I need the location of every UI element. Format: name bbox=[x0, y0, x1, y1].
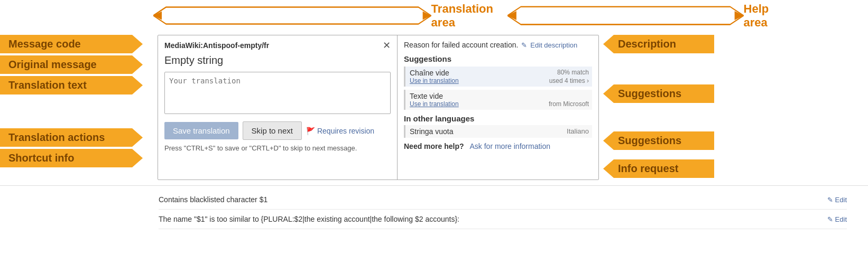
suggestion-2-source: from Microsoft bbox=[549, 100, 589, 108]
need-help-label: Need more help? bbox=[404, 142, 464, 150]
dialog-wrapper: MediaWiki:Antispoof-empty/fr ✕ Empty str… bbox=[158, 35, 599, 180]
save-translation-button[interactable]: Save translation bbox=[164, 122, 238, 139]
translation-area-label: Translation area bbox=[431, 2, 502, 30]
suggestion-row-1: Chaîne vide 80% match bbox=[410, 69, 589, 77]
arrows-row: Translation area Help area bbox=[0, 0, 868, 30]
suggestion-1-times: used 4 times › bbox=[549, 77, 589, 84]
description-line: Reason for failed account creation. ✎ Ed… bbox=[404, 41, 592, 49]
translation-area-banner: Translation area bbox=[153, 4, 502, 27]
main-content: Message code Original message Translatio… bbox=[0, 30, 868, 180]
dialog-title: MediaWiki:Antispoof-empty/fr bbox=[164, 41, 269, 50]
help-area-label: Help area bbox=[744, 2, 788, 30]
flag-icon: 🚩 bbox=[306, 127, 315, 135]
shortcut-info-label: Shortcut info bbox=[0, 149, 143, 167]
edit-description-link[interactable]: Edit description bbox=[530, 41, 577, 49]
svg-marker-5 bbox=[507, 7, 743, 25]
suggestion-row-1b: Use in translation used 4 times › bbox=[410, 77, 589, 84]
dialog-left: MediaWiki:Antispoof-empty/fr ✕ Empty str… bbox=[158, 35, 398, 179]
translation-text-label: Translation text bbox=[0, 76, 143, 95]
left-labels: Message code Original message Translatio… bbox=[0, 30, 153, 180]
in-other-languages-title: In other languages bbox=[404, 114, 592, 123]
bottom-row-1-edit[interactable]: ✎ Edit bbox=[827, 196, 847, 204]
message-code-label: Message code bbox=[0, 35, 143, 53]
right-labels: Description Suggestions Suggestions Info… bbox=[603, 30, 709, 180]
description-label: Description bbox=[603, 35, 714, 53]
suggestion-row-2: Texte vide bbox=[410, 92, 589, 100]
suggestions-title: Suggestions bbox=[404, 54, 592, 63]
bottom-row-2-text: The name "$1" is too similar to {PLURAL:… bbox=[159, 215, 459, 223]
original-message-label: Original message bbox=[0, 55, 143, 74]
description-text: Reason for failed account creation. bbox=[404, 41, 518, 49]
bottom-rows: Contains blacklisted character $1 ✎ Edit… bbox=[0, 185, 868, 229]
original-message: Empty string bbox=[164, 54, 391, 67]
use-in-translation-2[interactable]: Use in translation bbox=[410, 100, 459, 108]
suggestion-item-1: Chaîne vide 80% match Use in translation… bbox=[404, 67, 592, 87]
other-lang-name: Italiano bbox=[567, 127, 589, 136]
suggestion-2-text: Texte vide bbox=[410, 92, 443, 100]
need-help-section: Need more help? Ask for more information bbox=[404, 142, 592, 150]
help-area-banner: Help area bbox=[507, 4, 788, 27]
dialog-actions: Save translation Skip to next 🚩 Requires… bbox=[164, 121, 391, 140]
dialog-right: Reason for failed account creation. ✎ Ed… bbox=[398, 35, 598, 179]
translation-textarea[interactable] bbox=[164, 72, 391, 114]
requires-revision-button[interactable]: 🚩 Requires revision bbox=[306, 127, 374, 135]
other-lang-text: Stringa vuota bbox=[410, 127, 454, 136]
suggestion-row-2b: Use in translation from Microsoft bbox=[410, 100, 589, 108]
svg-marker-0 bbox=[153, 7, 431, 24]
shortcut-hint: Press "CTRL+S" to save or "CRTL+D" to sk… bbox=[164, 144, 391, 152]
info-request-label: Info request bbox=[603, 159, 714, 178]
dialog-header: MediaWiki:Antispoof-empty/fr ✕ bbox=[164, 41, 391, 50]
ask-for-info-link[interactable]: Ask for more information bbox=[470, 142, 551, 150]
suggestions-label-2: Suggestions bbox=[603, 131, 714, 150]
suggestion-1-match: 80% match bbox=[557, 69, 589, 76]
pencil-icon: ✎ bbox=[521, 41, 527, 49]
bottom-row-2-edit[interactable]: ✎ Edit bbox=[827, 215, 847, 223]
suggestions-label-1: Suggestions bbox=[603, 84, 714, 103]
skip-to-next-button[interactable]: Skip to next bbox=[243, 121, 302, 140]
bottom-row-2: The name "$1" is too similar to {PLURAL:… bbox=[159, 210, 847, 229]
suggestion-1-text: Chaîne vide bbox=[410, 69, 449, 77]
dialog-close-button[interactable]: ✕ bbox=[383, 41, 391, 50]
use-in-translation-1[interactable]: Use in translation bbox=[410, 77, 459, 84]
bottom-row-1-text: Contains blacklisted character $1 bbox=[159, 195, 267, 204]
translation-actions-label: Translation actions bbox=[0, 128, 143, 147]
suggestion-item-2: Texte vide Use in translation from Micro… bbox=[404, 90, 592, 110]
root: Translation area Help area Message code … bbox=[0, 0, 868, 229]
other-lang-item-1: Stringa vuota Italiano bbox=[404, 125, 592, 138]
bottom-row-1: Contains blacklisted character $1 ✎ Edit bbox=[159, 190, 847, 210]
